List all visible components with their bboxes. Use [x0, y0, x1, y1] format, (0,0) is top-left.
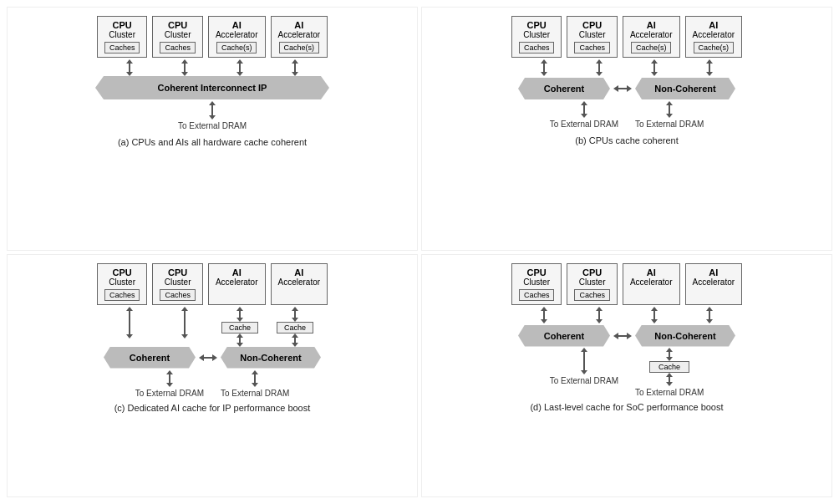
c-cpu-cluster-1: CPU Cluster Caches [97, 263, 148, 305]
cpu-title: CPU [113, 20, 132, 30]
diagram-c: CPU Cluster Caches CPU Cluster Caches AI… [7, 254, 418, 498]
b-dram-left: To External DRAM [550, 120, 618, 129]
cache-s-box-2: Cache(s) [279, 42, 320, 53]
c-coherent-banner: Coherent [104, 347, 196, 369]
b-coherent-banner: Coherent [518, 78, 610, 99]
cpu-sub: Cluster [109, 30, 135, 39]
b-ai-accel-1: AI Accelerator Cache(s) [623, 16, 680, 58]
c-cache-box-1: Cache [221, 322, 258, 333]
d-cpu-cluster-2: CPU Cluster Caches [567, 263, 618, 305]
caption-d: (d) Last-level cache for SoC performance… [530, 402, 723, 412]
caption-b: (b) CPUs cache coherent [575, 135, 679, 145]
coherent-interconnect-ip-banner: Coherent Interconnect IP [95, 76, 329, 99]
d-cpu-cluster-1: CPU Cluster Caches [511, 263, 562, 305]
caches-box-2: Caches [160, 42, 196, 53]
cache-s-box-1: Cache(s) [216, 42, 257, 53]
cpu-sub-2: Cluster [165, 30, 191, 39]
d-ai-accel-2: AI Accelerator [685, 263, 743, 305]
c-cache-box-2: Cache [277, 322, 313, 333]
b-non-coherent-banner: Non-Coherent [635, 78, 735, 99]
c-dram-right: To External DRAM [221, 389, 289, 398]
d-dram-left: To External DRAM [550, 376, 618, 385]
d-coherent-banner: Coherent [518, 325, 610, 347]
b-cpu-cluster-2: CPU Cluster Caches [567, 16, 618, 58]
cpu-title-2: CPU [168, 20, 187, 30]
c-ai-accel-1: AI Accelerator [208, 263, 266, 305]
caption-c: (c) Dedicated AI cache for IP performanc… [114, 403, 311, 413]
ai-accel-1: AI Accelerator Cache(s) [208, 16, 266, 58]
caches-box: Caches [104, 42, 140, 53]
diagram-b: CPU Cluster Caches CPU Cluster Caches AI… [421, 7, 832, 251]
d-non-coherent-banner: Non-Coherent [635, 325, 735, 347]
ai-title-1: AI [232, 20, 242, 30]
c-non-coherent-banner: Non-Coherent [221, 347, 321, 369]
c-dram-left: To External DRAM [135, 389, 204, 398]
dram-label-a: To External DRAM [178, 121, 247, 130]
b-dram-right: To External DRAM [635, 120, 704, 129]
c-cpu-cluster-2: CPU Cluster Caches [152, 263, 203, 305]
diagram-d: CPU Cluster Caches CPU Cluster Caches AI… [421, 254, 832, 498]
d-dram-right: To External DRAM [635, 388, 704, 397]
ai-accel-2: AI Accelerator Cache(s) [271, 16, 328, 58]
b-ai-accel-2: AI Accelerator Cache(s) [685, 16, 743, 58]
ai-sub-2: Accelerator [278, 30, 321, 39]
d-cache-box: Cache [649, 361, 689, 373]
cpu-cluster-1: CPU Cluster Caches [97, 16, 148, 58]
diagram-a: CPU Cluster Caches CPU Cluster Caches AI… [7, 7, 418, 251]
ai-title-2: AI [294, 20, 303, 30]
d-ai-accel-1: AI Accelerator [623, 263, 680, 305]
cpu-cluster-2: CPU Cluster Caches [152, 16, 203, 58]
b-cpu-cluster-1: CPU Cluster Caches [511, 16, 562, 58]
ai-sub-1: Accelerator [216, 30, 258, 39]
caption-a: (a) CPUs and AIs all hardware cache cohe… [118, 137, 307, 147]
c-ai-accel-2: AI Accelerator [271, 263, 328, 305]
